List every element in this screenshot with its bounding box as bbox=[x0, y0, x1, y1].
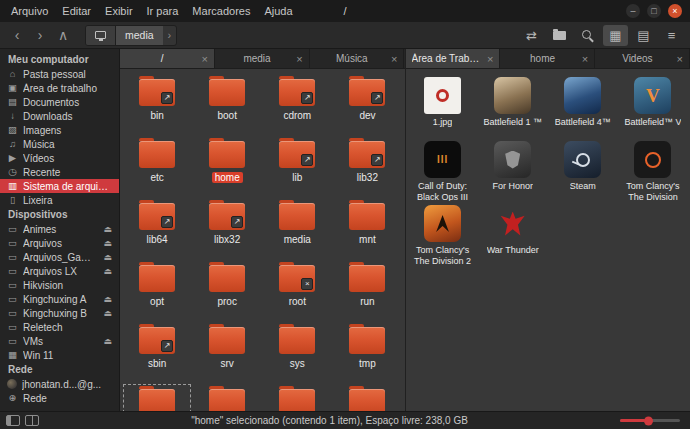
breadcrumb-segment-media[interactable]: media bbox=[116, 26, 163, 45]
item-battlefield-4[interactable]: Battlefield 4™ bbox=[548, 73, 618, 137]
tab-musica[interactable]: Música× bbox=[310, 49, 405, 68]
tab-videos[interactable]: Videos× bbox=[595, 49, 690, 68]
folder-item-run[interactable]: run bbox=[332, 259, 402, 321]
tab-root[interactable]: /× bbox=[120, 49, 215, 68]
item-steam[interactable]: Steam bbox=[548, 137, 618, 201]
tab-close-icon[interactable]: × bbox=[391, 53, 397, 65]
tab-media[interactable]: media× bbox=[215, 49, 310, 68]
folder-item-tmp[interactable]: tmp bbox=[332, 321, 402, 383]
sidebar-item-arquivos-lx[interactable]: ▭Arquivos LX⏏ bbox=[0, 264, 119, 278]
folder-item-partial[interactable] bbox=[332, 383, 402, 411]
folder-item-cdrom[interactable]: ↗cdrom bbox=[262, 73, 332, 135]
tab-close-icon[interactable]: × bbox=[487, 53, 493, 65]
open-folder-button[interactable] bbox=[547, 25, 572, 46]
sidebar-item-arquivos-games[interactable]: ▭Arquivos_Games⏏ bbox=[0, 250, 119, 264]
sidebar-item-musica[interactable]: ♫Música bbox=[0, 137, 119, 151]
sidebar-item-vms[interactable]: ▭VMs⏏ bbox=[0, 334, 119, 348]
tab-close-icon[interactable]: × bbox=[296, 53, 302, 65]
sidebar-item-documentos[interactable]: ▤Documentos bbox=[0, 95, 119, 109]
tab-close-icon[interactable]: × bbox=[677, 53, 683, 65]
sidebar-item-win-11[interactable]: ▦Win 11 bbox=[0, 348, 119, 362]
sidebar-item-animes[interactable]: ▭Animes⏏ bbox=[0, 222, 119, 236]
tab-close-icon[interactable]: × bbox=[582, 53, 588, 65]
folder-item-srv[interactable]: srv bbox=[192, 321, 262, 383]
tab-home[interactable]: home× bbox=[500, 49, 595, 68]
folder-item-lib64[interactable]: ↗lib64 bbox=[122, 197, 192, 259]
sidebar-item-videos[interactable]: ▶Vídeos bbox=[0, 151, 119, 165]
folder-item-home[interactable]: home bbox=[192, 135, 262, 197]
folder-item-etc[interactable]: etc bbox=[122, 135, 192, 197]
eject-icon[interactable]: ⏏ bbox=[103, 308, 112, 318]
sidebar-item-lixeira[interactable]: ▯Lixeira bbox=[0, 193, 119, 207]
zoom-track[interactable] bbox=[620, 419, 680, 422]
back-button[interactable]: ‹ bbox=[6, 25, 28, 45]
menu-editar[interactable]: Editar bbox=[55, 2, 98, 20]
folder-item-media[interactable]: media bbox=[262, 197, 332, 259]
toggle-split-view-button[interactable] bbox=[25, 415, 39, 426]
toggle-sidebar-button[interactable] bbox=[6, 415, 20, 426]
breadcrumb-root-button[interactable] bbox=[86, 26, 116, 45]
folder-item-libx32[interactable]: ↗libx32 bbox=[192, 197, 262, 259]
eject-icon[interactable]: ⏏ bbox=[103, 224, 112, 234]
list-view-button[interactable]: ▤ bbox=[631, 25, 656, 46]
sidebar-item-kingchuxing-a[interactable]: ▭Kingchuxing A⏏ bbox=[0, 292, 119, 306]
sidebar-item-arquivos[interactable]: ▭Arquivos⏏ bbox=[0, 236, 119, 250]
item-for-honor[interactable]: For Honor bbox=[478, 137, 548, 201]
folder-item-mnt[interactable]: mnt bbox=[332, 197, 402, 259]
folder-item-sbin[interactable]: ↗sbin bbox=[122, 321, 192, 383]
close-button[interactable]: × bbox=[668, 4, 682, 18]
folder-item-bin[interactable]: ↗bin bbox=[122, 73, 192, 135]
menu-ajuda[interactable]: Ajuda bbox=[257, 2, 299, 20]
zoom-thumb[interactable] bbox=[644, 416, 653, 425]
menu-ir-para[interactable]: Ir para bbox=[140, 2, 186, 20]
eject-icon[interactable]: ⏏ bbox=[103, 294, 112, 304]
zoom-slider[interactable] bbox=[620, 419, 684, 422]
item-call-of-duty-black-ops-3[interactable]: IIICall of Duty: Black Ops III bbox=[408, 137, 478, 201]
folder-item-root[interactable]: ×root bbox=[262, 259, 332, 321]
sidebar-item-account[interactable]: jhonatan.d...@g... bbox=[0, 377, 119, 391]
eject-icon[interactable]: ⏏ bbox=[103, 266, 112, 276]
folder-item-opt[interactable]: opt bbox=[122, 259, 192, 321]
grid-view-button[interactable]: ▦ bbox=[603, 25, 628, 46]
folder-item-proc[interactable]: proc bbox=[192, 259, 262, 321]
folder-item-partial[interactable] bbox=[262, 383, 332, 411]
folder-item-dev[interactable]: ↗dev bbox=[332, 73, 402, 135]
item-the-division-2[interactable]: Tom Clancy's The Division 2 bbox=[408, 201, 478, 265]
search-button[interactable] bbox=[575, 25, 600, 46]
up-button[interactable]: ∧ bbox=[52, 25, 74, 45]
sidebar-item-rede[interactable]: ⊕Rede bbox=[0, 391, 119, 405]
sidebar-item-pasta-pessoal[interactable]: ⌂Pasta pessoal bbox=[0, 67, 119, 81]
eject-icon[interactable]: ⏏ bbox=[103, 238, 112, 248]
menu-exibir[interactable]: Exibir bbox=[98, 2, 140, 20]
tab-area-de-trabalho[interactable]: Área de Trabalho× bbox=[406, 49, 501, 68]
folder-item-lib32[interactable]: ↗lib32 bbox=[332, 135, 402, 197]
menu-arquivo[interactable]: Arquivo bbox=[4, 2, 55, 20]
maximize-button[interactable]: □ bbox=[647, 4, 661, 18]
sidebar-item-sistema-de-arquivos[interactable]: ▥Sistema de arquivos bbox=[0, 179, 119, 193]
sidebar-item-recente[interactable]: ◷Recente bbox=[0, 165, 119, 179]
folder-item-partial[interactable] bbox=[122, 383, 192, 411]
compact-view-button[interactable]: ≡ bbox=[659, 25, 684, 46]
folder-item-boot[interactable]: boot bbox=[192, 73, 262, 135]
sidebar-item-reletech[interactable]: ▭Reletech bbox=[0, 320, 119, 334]
menu-marcadores[interactable]: Marcadores bbox=[185, 2, 257, 20]
sidebar-item-hikvision[interactable]: ▭Hikvision bbox=[0, 278, 119, 292]
forward-button[interactable]: › bbox=[29, 25, 51, 45]
sidebar-item-imagens[interactable]: ▨Imagens bbox=[0, 123, 119, 137]
folder-item-lib[interactable]: ↗lib bbox=[262, 135, 332, 197]
item-war-thunder[interactable]: War Thunder bbox=[478, 201, 548, 265]
tab-close-icon[interactable]: × bbox=[201, 53, 207, 65]
folder-item-sys[interactable]: sys bbox=[262, 321, 332, 383]
sidebar-item-downloads[interactable]: ↓Downloads bbox=[0, 109, 119, 123]
sidebar-item-area-de-trabalho[interactable]: ▣Área de trabalho bbox=[0, 81, 119, 95]
item-1jpg[interactable]: 1.jpg bbox=[408, 73, 478, 137]
item-the-division[interactable]: Tom Clancy's The Division bbox=[618, 137, 688, 201]
sidebar-item-kingchuxing-b[interactable]: ▭Kingchuxing B⏏ bbox=[0, 306, 119, 320]
eject-icon[interactable]: ⏏ bbox=[103, 336, 112, 346]
swap-panes-button[interactable]: ⇄ bbox=[519, 25, 544, 46]
minimize-button[interactable]: – bbox=[626, 4, 640, 18]
item-battlefield-1[interactable]: Battlefield 1 ™ bbox=[478, 73, 548, 137]
item-battlefield-v[interactable]: VBattlefield™ V bbox=[618, 73, 688, 137]
eject-icon[interactable]: ⏏ bbox=[103, 252, 112, 262]
folder-item-partial[interactable] bbox=[192, 383, 262, 411]
